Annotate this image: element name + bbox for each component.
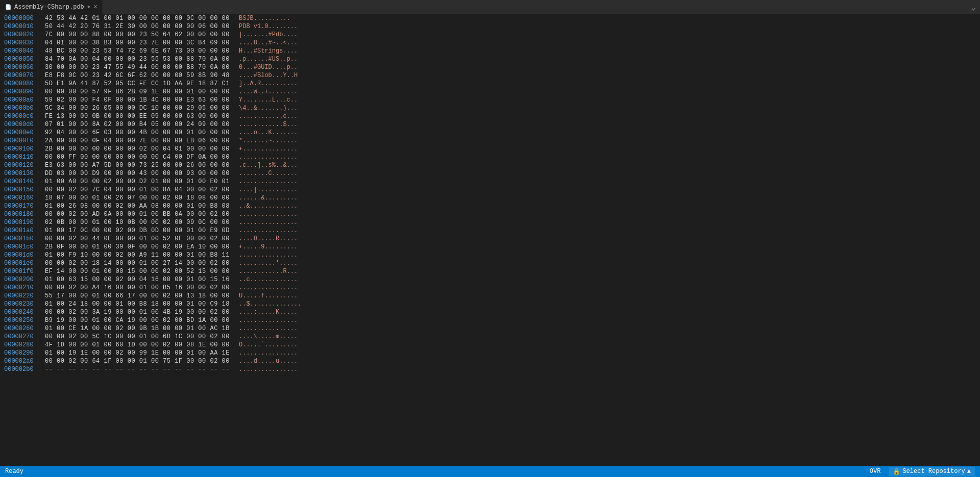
ascii-cell: ......&.........	[239, 194, 976, 202]
ascii-cell: ............R...	[239, 268, 976, 275]
table-row: 000001e000 00 02 00 18 14 00 00 01 00 27…	[0, 259, 980, 267]
hex-cell: 01 00 17 0C 00 00 02 00 DB 0D 00 00 01 0…	[45, 227, 239, 234]
hex-cell: 00 00 02 00 18 14 00 00 01 00 27 14 00 0…	[45, 260, 239, 267]
ascii-cell: ....8...#~..<...	[239, 39, 976, 46]
ascii-cell: ....:.....K.....	[239, 309, 976, 316]
address-cell: 00000020	[4, 31, 45, 38]
address-cell: 00000050	[4, 56, 45, 63]
ascii-cell: |.......#Pdb....	[239, 31, 976, 38]
ascii-cell: H...#Strings....	[239, 47, 976, 55]
hex-cell: 5D E1 9A 41 87 52 05 CC FE CC 1D AA 9E 1…	[45, 80, 239, 87]
address-cell: 00000270	[4, 333, 45, 340]
table-row: 000000207C 00 00 00 88 00 00 00 23 50 64…	[0, 31, 980, 39]
table-row: 000002a000 00 02 00 64 1F 00 00 01 00 75…	[0, 357, 980, 365]
ascii-cell: 0...#GUID....p..	[239, 64, 976, 71]
ascii-cell: ..c.............	[239, 276, 976, 283]
hex-cell: 00 00 02 00 3A 19 00 00 01 00 4B 19 00 0…	[45, 309, 239, 316]
address-cell: 00000130	[4, 170, 45, 177]
ascii-cell: .p......#US..p..	[239, 56, 976, 63]
table-row: 000001d001 00 F9 10 00 00 02 00 A9 11 00…	[0, 251, 980, 259]
address-cell: 00000110	[4, 154, 45, 161]
hex-cell: 59 02 00 00 F4 0F 00 00 1B 4C 00 00 E3 6…	[45, 96, 239, 104]
table-row: 000001002B 00 00 00 00 00 00 00 02 00 04…	[0, 145, 980, 153]
hex-cell: FE 13 00 00 0B 00 00 00 EE 09 00 00 63 0…	[45, 113, 239, 120]
address-cell: 000002a0	[4, 358, 45, 365]
file-icon: 📄	[5, 4, 11, 10]
ascii-cell: ....d.....u.....	[239, 358, 976, 365]
hex-cell: 01 00 A0 00 00 02 00 00 D2 01 00 00 01 0…	[45, 178, 239, 185]
ascii-cell: ..&.............	[239, 203, 976, 210]
table-row: 0000027000 00 02 00 5C 1C 00 00 01 00 6D…	[0, 333, 980, 341]
table-row: 000001a001 00 17 0C 00 00 02 00 DB 0D 00…	[0, 227, 980, 235]
ascii-cell: ................	[239, 178, 976, 185]
ascii-cell: ................	[239, 284, 976, 291]
address-cell: 00000230	[4, 300, 45, 308]
dropdown-icon: ⌄	[971, 2, 976, 12]
ovr-label: OVR	[870, 468, 881, 475]
hex-cell: 84 70 0A 00 04 00 00 00 23 55 53 00 88 7…	[45, 56, 239, 63]
address-cell: 000000b0	[4, 105, 45, 112]
address-cell: 00000200	[4, 276, 45, 283]
hex-cell: 01 00 26 08 00 00 02 00 AA 08 00 00 01 0…	[45, 203, 239, 210]
address-cell: 00000250	[4, 317, 45, 324]
hex-cell: 2A 00 00 00 0F 04 00 00 7E 00 00 00 EB 0…	[45, 137, 239, 144]
address-cell: 00000240	[4, 309, 45, 316]
address-cell: 00000000	[4, 15, 45, 22]
address-cell: 000000f0	[4, 137, 45, 144]
address-cell: 00000260	[4, 325, 45, 332]
select-repo-arrow: ▲	[967, 468, 971, 475]
ascii-cell: U.....f.........	[239, 292, 976, 299]
hex-cell: 42 53 4A 42 01 00 01 00 00 00 00 00 0C 0…	[45, 15, 239, 22]
address-cell: 00000030	[4, 39, 45, 46]
hex-cell: 00 00 02 00 7C 04 00 00 01 00 8A 04 00 0…	[45, 186, 239, 193]
hex-cell: E3 63 00 00 A7 5D 00 00 73 25 00 00 26 0…	[45, 162, 239, 169]
hex-cell: EF 14 00 00 01 00 00 15 00 00 02 00 52 1…	[45, 268, 239, 275]
table-row: 0000015000 00 02 00 7C 04 00 00 01 00 8A…	[0, 186, 980, 194]
hex-cell: 92 04 00 00 6F 03 00 00 4B 00 00 00 01 0…	[45, 129, 239, 136]
table-row: 0000003004 01 00 00 38 B3 09 00 23 7E 00…	[0, 39, 980, 47]
table-row: 000000b05C 34 00 00 26 05 00 00 DC 10 00…	[0, 104, 980, 112]
lock-icon: 🔒	[893, 468, 900, 475]
ascii-cell: ....#Blob...Y..H	[239, 72, 976, 79]
address-cell: 00000160	[4, 194, 45, 202]
table-row: 0000024000 00 02 00 3A 19 00 00 01 00 4B…	[0, 308, 980, 316]
hex-cell: 2B 0F 00 00 01 00 39 0F 00 00 02 00 EA 1…	[45, 243, 239, 250]
hex-content: 0000000042 53 4A 42 01 00 01 00 00 00 00…	[0, 14, 980, 466]
ready-label: Ready	[5, 468, 23, 475]
ascii-cell: ................	[239, 154, 976, 161]
hex-scroll-container[interactable]: 0000000042 53 4A 42 01 00 01 00 00 00 00…	[0, 14, 980, 466]
table-row: 0000022055 17 00 00 01 00 66 17 00 00 02…	[0, 292, 980, 300]
status-right: OVR 🔒 Select Repository ▲	[870, 467, 975, 476]
hex-cell: -- -- -- -- -- -- -- -- -- -- -- -- -- -…	[45, 366, 239, 373]
select-repository-button[interactable]: 🔒 Select Repository ▲	[889, 467, 975, 476]
ascii-cell: ........C.......	[239, 170, 976, 177]
ascii-cell: PDB v1.0........	[239, 23, 976, 30]
address-cell: 00000170	[4, 203, 45, 210]
status-bar: Ready OVR 🔒 Select Repository ▲	[0, 466, 980, 477]
table-row: 0000023001 00 24 18 00 00 01 00 B8 18 00…	[0, 300, 980, 308]
ascii-cell: \4..&.......)...	[239, 105, 976, 112]
table-row: 0000006030 00 00 00 23 47 55 49 44 00 00…	[0, 63, 980, 71]
address-cell: 00000090	[4, 88, 45, 95]
tab-close-button[interactable]: ×	[93, 4, 97, 11]
table-row: 0000001050 44 42 20 76 31 2E 30 00 00 00…	[0, 22, 980, 31]
table-row: 0000020001 00 63 15 00 00 02 00 04 16 00…	[0, 275, 980, 284]
title-bar-dropdown[interactable]: ⌄	[971, 2, 980, 12]
hex-cell: 7C 00 00 00 88 00 00 00 23 50 64 62 00 0…	[45, 31, 239, 38]
ascii-cell: ..........'.....	[239, 260, 976, 267]
table-row: 000001f0EF 14 00 00 01 00 00 15 00 00 02…	[0, 267, 980, 275]
table-row: 0000005084 70 0A 00 04 00 00 00 23 55 53…	[0, 55, 980, 63]
hex-cell: 2B 00 00 00 00 00 00 00 02 00 04 01 00 0…	[45, 145, 239, 153]
file-tab[interactable]: 📄 Assembly-CSharp.pdb ● ×	[0, 0, 103, 14]
table-row: 0000017001 00 26 08 00 00 02 00 AA 08 00…	[0, 202, 980, 210]
ascii-cell: Y........L...c..	[239, 96, 976, 104]
status-left: Ready	[5, 468, 23, 475]
table-row: 000000805D E1 9A 41 87 52 05 CC FE CC 1D…	[0, 80, 980, 88]
table-row: 0000004048 BC 00 00 23 53 74 72 69 6E 67…	[0, 47, 980, 55]
hex-cell: B9 19 00 00 01 00 CA 19 00 00 02 00 BD 1…	[45, 317, 239, 324]
hex-cell: 00 00 FF 00 00 00 00 00 00 00 C4 00 DF 0…	[45, 154, 239, 161]
table-row: 0000011000 00 FF 00 00 00 00 00 00 00 C4…	[0, 153, 980, 161]
table-row: 0000019002 0B 00 00 01 00 10 0B 00 00 02…	[0, 218, 980, 227]
table-row: 000002804F 1D 00 00 01 00 60 1D 00 00 02…	[0, 341, 980, 349]
ascii-cell: ....W..+........	[239, 88, 976, 95]
